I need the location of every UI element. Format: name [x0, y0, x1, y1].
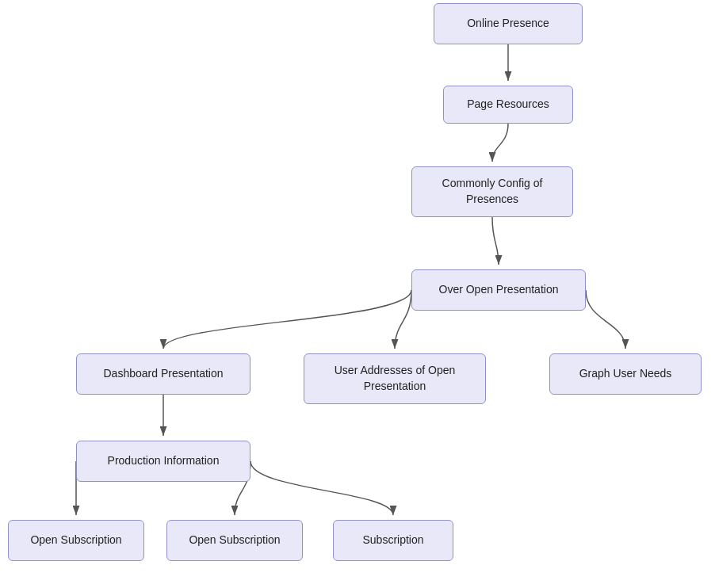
node-open_sub2: Open Subscription [166, 520, 303, 561]
node-online_presence: Online Presence [434, 3, 583, 44]
node-commonly_config: Commonly Config of Presences [411, 166, 573, 217]
node-dashboard: Dashboard Presentation [76, 353, 250, 395]
node-graph_user: Graph User Needs [549, 353, 702, 395]
node-over_open: Over Open Presentation [411, 269, 586, 311]
node-page_resources: Page Resources [443, 86, 573, 124]
arrows-svg [0, 0, 715, 588]
diagram-container: Online PresencePage ResourcesCommonly Co… [0, 0, 715, 588]
node-user_addresses: User Addresses of Open Presentation [304, 353, 486, 404]
node-subscription: Subscription [333, 520, 453, 561]
node-production_info: Production Information [76, 441, 250, 482]
node-open_sub1: Open Subscription [8, 520, 144, 561]
